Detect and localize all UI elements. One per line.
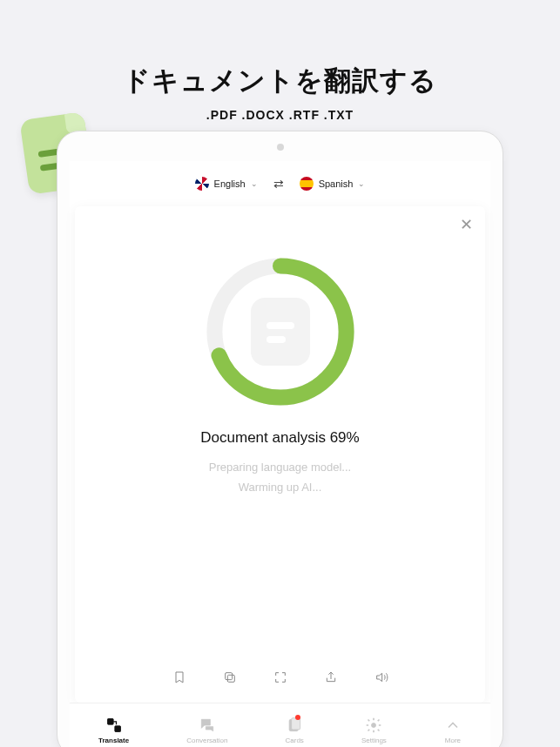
tab-more[interactable]: More	[439, 713, 467, 748]
spain-flag-icon	[300, 177, 314, 191]
tab-settings[interactable]: Settings	[356, 713, 392, 748]
bookmark-icon[interactable]	[172, 670, 187, 685]
tab-settings-label: Settings	[361, 737, 387, 744]
close-button[interactable]: ✕	[460, 217, 473, 232]
tab-cards[interactable]: Cards	[280, 713, 309, 748]
tab-bar: Translate Conversation Cards Settings Mo…	[70, 703, 490, 747]
status-line-2: Warming up AI...	[239, 481, 322, 494]
tab-conversation-label: Conversation	[186, 737, 227, 744]
svg-rect-4	[107, 718, 113, 724]
language-bar: English ⌄ ⇄ Spanish ⌄	[70, 161, 490, 206]
speaker-icon[interactable]	[374, 670, 389, 685]
app-screen: English ⌄ ⇄ Spanish ⌄ ✕ Document analysi…	[70, 161, 490, 747]
source-language-selector[interactable]: English ⌄	[195, 177, 258, 191]
target-language-selector[interactable]: Spanish ⌄	[300, 177, 366, 191]
progress-ring	[202, 253, 359, 410]
tab-conversation[interactable]: Conversation	[181, 713, 233, 748]
progress-label: Document analysis 69%	[200, 429, 359, 447]
swap-languages-icon[interactable]: ⇄	[273, 177, 284, 191]
svg-rect-3	[225, 673, 232, 680]
expand-icon[interactable]	[273, 670, 288, 685]
action-row	[172, 654, 389, 703]
tab-translate[interactable]: Translate	[93, 713, 134, 748]
progress-card: ✕ Document analysis 69% Preparing langua…	[75, 206, 485, 703]
tablet-camera-icon	[277, 144, 284, 151]
share-icon[interactable]	[323, 670, 339, 685]
tab-translate-label: Translate	[98, 737, 129, 744]
document-icon	[251, 298, 310, 366]
target-language-label: Spanish	[319, 178, 354, 189]
chevron-down-icon: ⌄	[358, 179, 365, 188]
tab-more-label: More	[445, 737, 461, 744]
source-language-label: English	[214, 178, 246, 189]
status-line-1: Preparing language model...	[209, 461, 351, 474]
tab-cards-label: Cards	[286, 737, 304, 744]
tablet-frame: English ⌄ ⇄ Spanish ⌄ ✕ Document analysi…	[57, 131, 503, 747]
svg-rect-2	[227, 675, 234, 682]
chevron-down-icon: ⌄	[251, 179, 258, 188]
svg-rect-5	[114, 725, 120, 731]
notification-dot-icon	[295, 715, 300, 720]
copy-icon[interactable]	[222, 670, 238, 685]
promo-title: ドキュメントを翻訳する	[0, 63, 560, 99]
svg-point-8	[372, 723, 376, 727]
uk-flag-icon	[195, 177, 209, 191]
